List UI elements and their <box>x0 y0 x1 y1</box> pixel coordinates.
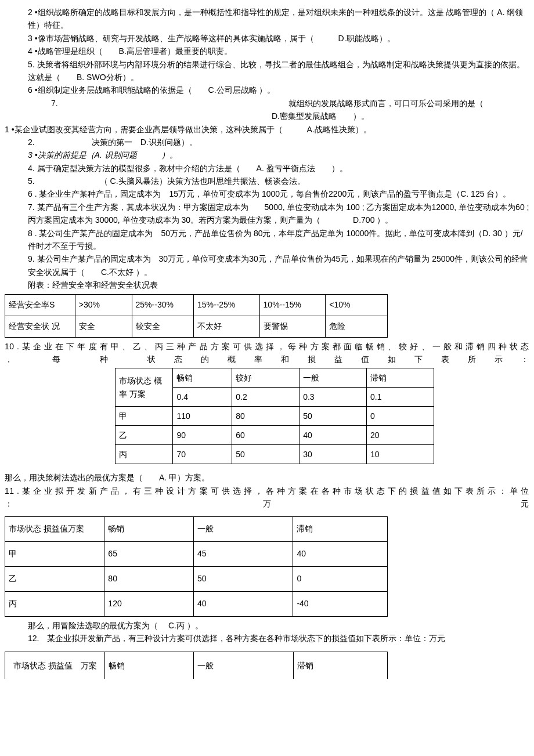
risk-table: 市场状态 损益值万案 畅销 一般 滞销 甲 65 45 40 乙 80 50 0… <box>5 516 388 617</box>
q7-text: 就组织的发展战略形式而言，可口可乐公司采用的是（ <box>288 99 484 108</box>
q5b: 5. （ C.头脑风暴法）决策方法也叫思维共振法、畅谈会法。 <box>5 175 529 187</box>
cell: 80 <box>232 407 300 426</box>
table-row: 丙 120 40 -40 <box>5 591 388 616</box>
q12: 12. 某企业拟开发新产品，有三种设计方案可供选择，各种方案在各种市场状态下的损… <box>5 632 529 645</box>
cell: 经营安全率S <box>5 294 75 316</box>
cell: 15%--25% <box>193 294 259 316</box>
cell: 一般 <box>194 652 293 679</box>
q3: 3 •像市场营销战略、研究与开发战略、生产战略等这样的具体实施战略，属于（ D.… <box>5 32 529 45</box>
cell: 40 <box>193 591 293 616</box>
cell: 40 <box>293 541 388 566</box>
corner-cell: 市场状态 概率 万案 <box>116 368 173 407</box>
q10-answer: 那么，用决策树法选出的最优方案是（ A. 甲）方案。 <box>5 471 529 484</box>
q4: 4 •战略管理是组织（ B.高层管理者）最重要的职责。 <box>5 45 529 57</box>
decision-tree-table: 市场状态 概率 万案 畅销 较好 一般 滞销 0.4 0.2 0.3 0.1 甲… <box>115 368 434 464</box>
cell: 安全 <box>75 316 132 337</box>
q11-answer: 那么，用冒险法选取的最优方案为（ C.丙 ）。 <box>5 619 529 632</box>
cell: 0 <box>293 566 388 591</box>
cell: 10 <box>367 445 434 464</box>
cell: 丙 <box>116 445 173 464</box>
cell: 较安全 <box>132 316 193 337</box>
q6: 6 •组织制定业务层战略和职能战略的依据是（ C.公司层战略 ）。 <box>5 84 529 96</box>
cell: 滞销 <box>367 368 434 388</box>
cell: 一般 <box>300 368 367 388</box>
cell: 滞销 <box>293 652 387 679</box>
table-row: 市场状态 概率 万案 畅销 较好 一般 滞销 <box>116 368 434 388</box>
cell: >30% <box>75 294 132 316</box>
cell: 危险 <box>326 316 388 337</box>
q2b: 2. 决策的第一 D.识别问题）。 <box>5 136 529 149</box>
corner-cell: 市场状态 损益值 万案 <box>5 652 105 679</box>
q5: 5. 决策者将组织外部环境与内部环境分析的结果进行综合、比较，寻找二者的最佳战略… <box>5 58 529 84</box>
table-row: 甲 65 45 40 <box>5 541 388 566</box>
q11: 11 . 某 企 业 拟 开 发 新 产 品 ， 有 三 种 设 计 方 案 可… <box>5 484 529 511</box>
q2: 2 •组织战略所确定的战略目标和发展方向，是一种概括性和指导性的规定，是对组织未… <box>5 6 529 32</box>
cell: 40 <box>300 426 367 445</box>
cell: 要警惕 <box>259 316 326 337</box>
cell: 较好 <box>232 368 300 388</box>
cell: 30 <box>300 445 367 464</box>
attach-label: 附表：经营安全率和经营安全状况表 <box>5 278 529 291</box>
cell: 甲 <box>5 541 104 566</box>
cell: 不太好 <box>193 316 259 337</box>
cell: 10%--15% <box>259 294 326 316</box>
cell: 70 <box>173 445 232 464</box>
table-row: 乙 80 50 0 <box>5 566 388 591</box>
cell: 0.3 <box>300 388 367 407</box>
q9b: 9. 某公司生产某产品的固定成本为 30万元，单位可变成本为30元，产品单位售价… <box>5 252 529 278</box>
cell: 65 <box>104 541 194 566</box>
q7-2: 7. 某产品有三个生产方案，其成本状况为：甲方案固定成本为 5000, 单位变动… <box>5 201 529 227</box>
table-row: 经营安全状 况 安全 较安全 不太好 要警惕 危险 <box>5 316 388 337</box>
table-row: 市场状态 损益值 万案 畅销 一般 滞销 <box>5 652 388 679</box>
safety-table: 经营安全率S >30% 25%--30% 15%--25% 10%--15% <… <box>5 294 388 338</box>
cell: 一般 <box>193 516 293 541</box>
table-row: 甲 110 80 50 0 <box>116 407 434 426</box>
cell: 50 <box>300 407 367 426</box>
q10: 10 . 某 企 业 在 下 年 度 有 甲 、 乙 、 丙 三 种 产 品 方… <box>5 340 529 366</box>
cell: 45 <box>193 541 293 566</box>
cell: 畅销 <box>173 368 232 388</box>
cell: 0.1 <box>367 388 434 407</box>
cell: 50 <box>193 566 293 591</box>
cell: 畅销 <box>105 652 194 679</box>
cell: 乙 <box>116 426 173 445</box>
table-row: 经营安全率S >30% 25%--30% 15%--25% 10%--15% <… <box>5 294 388 316</box>
cell: 0.2 <box>232 388 300 407</box>
cell: 0 <box>367 407 434 426</box>
table-row: 丙 70 50 30 10 <box>116 445 434 464</box>
q3b: 3 •决策的前提是（A. 识别问题 ）。 <box>5 149 529 161</box>
q12-table: 市场状态 损益值 万案 畅销 一般 滞销 <box>5 652 388 679</box>
cell: 90 <box>173 426 232 445</box>
cell: 80 <box>104 566 194 591</box>
cell: 110 <box>173 407 232 426</box>
q4b: 4. 属于确定型决策方法的模型很多，教材中介绍的方法是（ A. 盈亏平衡点法 ）… <box>5 162 529 175</box>
q8b: 8 . 某公司生产某产品的固定成本为 50万元，产品单位售价为 80元，本年度产… <box>5 227 529 253</box>
corner-cell: 市场状态 损益值万案 <box>5 516 104 541</box>
cell: 滞销 <box>293 516 388 541</box>
q1b: 1 •某企业试图改变其经营方向，需要企业高层领导做出决策，这种决策属于（ A.战… <box>5 123 529 136</box>
table-row: 市场状态 损益值万案 畅销 一般 滞销 <box>5 516 388 541</box>
q7-line2: D.密集型发展战略 ）。 <box>5 110 529 122</box>
cell: 50 <box>232 445 300 464</box>
q6b: 6 . 某企业生产某种产品，固定成本为 15万元，单位可变成本为 1000元，每… <box>5 187 529 200</box>
table-row: 乙 90 60 40 20 <box>116 426 434 445</box>
cell: 60 <box>232 426 300 445</box>
cell: 经营安全状 况 <box>5 316 75 337</box>
cell: 丙 <box>5 591 104 616</box>
cell: <10% <box>326 294 388 316</box>
q7-num: 7. <box>5 97 58 110</box>
q7-line1: 7. 就组织的发展战略形式而言，可口可乐公司采用的是（ <box>5 97 529 110</box>
cell: 乙 <box>5 566 104 591</box>
cell: 甲 <box>116 407 173 426</box>
cell: 0.4 <box>173 388 232 407</box>
cell: -40 <box>293 591 388 616</box>
cell: 120 <box>104 591 194 616</box>
cell: 25%--30% <box>132 294 193 316</box>
cell: 20 <box>367 426 434 445</box>
cell: 畅销 <box>104 516 194 541</box>
